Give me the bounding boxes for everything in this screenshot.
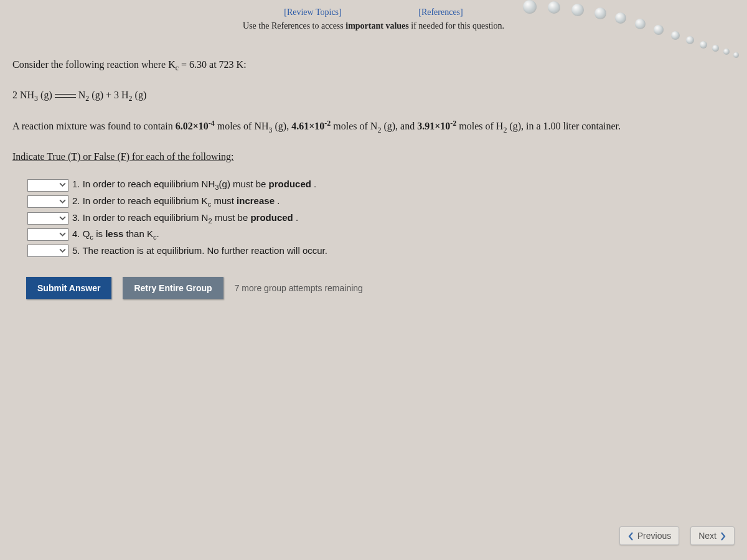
chevron-down-icon	[59, 243, 66, 259]
chevron-down-icon	[59, 211, 66, 226]
button-row: Submit Answer Retry Entire Group 7 more …	[26, 277, 735, 299]
references-link[interactable]: [References]	[418, 7, 463, 17]
next-label: Next	[698, 531, 716, 541]
chevron-left-icon	[627, 531, 635, 541]
chevron-down-icon	[59, 227, 66, 243]
question-content: Consider the following reaction where Kc…	[0, 56, 747, 299]
next-button[interactable]: Next	[690, 526, 735, 545]
tf-select-4[interactable]	[27, 228, 68, 241]
statement-row: 2. In order to reach equilibrium Kc must…	[27, 194, 735, 210]
chevron-down-icon	[59, 177, 66, 193]
chevron-down-icon	[59, 194, 66, 210]
top-bar: [Review Topics] [References]	[0, 0, 747, 17]
tf-select-2[interactable]	[27, 195, 68, 208]
submit-answer-button[interactable]: Submit Answer	[26, 277, 111, 299]
mixture-description: A reaction mixture was found to contain …	[12, 117, 735, 137]
statement-text: 5. The reaction is at equilibrium. No fu…	[72, 243, 327, 259]
statements-list: 1. In order to reach equilibrium NH3(g) …	[27, 177, 735, 258]
tf-select-1[interactable]	[27, 179, 68, 192]
previous-button[interactable]: Previous	[619, 526, 679, 545]
equilibrium-arrow-icon	[55, 93, 76, 99]
chevron-right-icon	[719, 531, 726, 541]
tf-select-3[interactable]	[27, 212, 68, 225]
bottom-navigation: Previous Next	[619, 526, 735, 545]
statement-text: 1. In order to reach equilibrium NH3(g) …	[72, 177, 316, 194]
statement-row: 4. Qc is less than Kc.	[27, 226, 735, 243]
statement-row: 1. In order to reach equilibrium NH3(g) …	[27, 177, 735, 194]
statement-row: 3. In order to reach equilibrium N2 must…	[27, 210, 735, 227]
equilibrium-constant-line: Consider the following reaction where Kc…	[12, 56, 735, 75]
indicate-instruction: Indicate True (T) or False (F) for each …	[12, 148, 735, 166]
review-topics-link[interactable]: [Review Topics]	[284, 7, 341, 17]
statement-text: 3. In order to reach equilibrium N2 must…	[72, 210, 298, 227]
top-instruction: Use the References to access important v…	[0, 21, 747, 31]
reaction-equation: 2 NH3 (g) N2 (g) + 3 H2 (g)	[12, 86, 735, 106]
previous-label: Previous	[637, 531, 671, 541]
statement-text: 2. In order to reach equilibrium Kc must…	[72, 194, 280, 210]
attempts-remaining: 7 more group attempts remaining	[235, 281, 363, 296]
tf-select-5[interactable]	[27, 245, 68, 257]
statement-row: 5. The reaction is at equilibrium. No fu…	[27, 243, 735, 259]
retry-group-button[interactable]: Retry Entire Group	[123, 277, 223, 299]
statement-text: 4. Qc is less than Kc.	[72, 226, 159, 243]
